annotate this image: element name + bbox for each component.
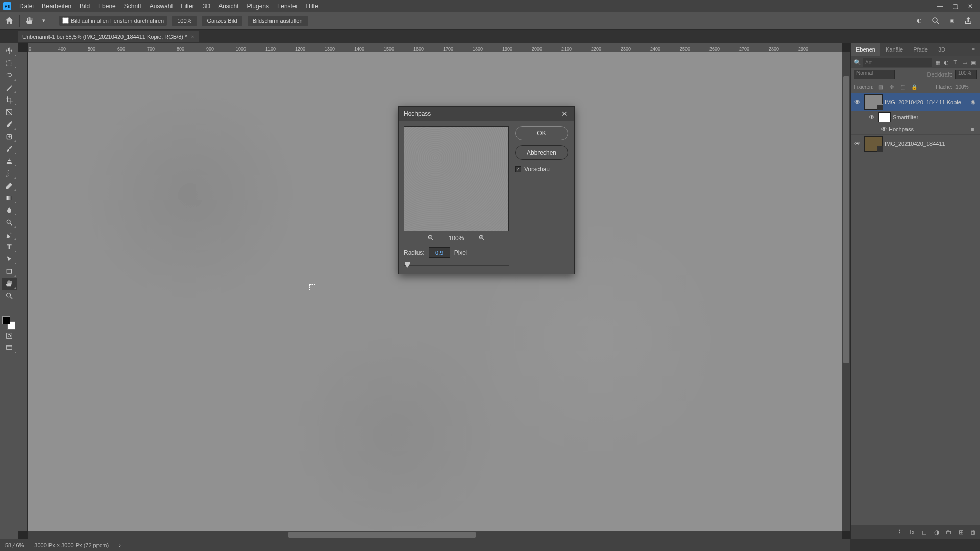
magic-wand-tool-icon[interactable] (2, 82, 17, 94)
link-layers-icon[interactable]: ⌇ (896, 529, 903, 536)
filter-blend-icon[interactable]: ≡ (971, 126, 978, 132)
visibility-toggle-icon[interactable]: 👁 (853, 98, 862, 106)
eraser-tool-icon[interactable] (2, 180, 17, 192)
panel-menu-icon[interactable]: ≡ (967, 43, 980, 56)
smart-filter-name[interactable]: Hochpass (889, 126, 971, 132)
blur-tool-icon[interactable] (2, 204, 17, 216)
opacity-input[interactable]: 100% (955, 70, 977, 79)
tab-paths[interactable]: Pfade (908, 43, 933, 56)
window-close-icon[interactable]: ✕ (967, 3, 974, 10)
tab-3d[interactable]: 3D (933, 43, 950, 56)
hand-tool-icon-2[interactable] (2, 278, 17, 290)
menu-image[interactable]: Bild (76, 3, 94, 10)
zoom-tool-icon[interactable] (2, 290, 17, 302)
zoom-in-icon[interactable] (478, 234, 485, 243)
visibility-toggle-icon[interactable]: 👁 (879, 126, 889, 133)
search-icon[interactable] (931, 16, 940, 26)
lasso-tool-icon[interactable] (2, 69, 17, 82)
zoom-100-button[interactable]: 100% (172, 16, 197, 26)
dodge-tool-icon[interactable] (2, 216, 17, 229)
color-swatches[interactable] (2, 316, 15, 330)
menu-select[interactable]: Auswahl (145, 3, 177, 10)
filter-type-icon[interactable]: T (952, 58, 959, 66)
lock-artboard-icon[interactable]: ⬚ (899, 84, 907, 90)
layer-name[interactable]: IMG_20210420_184411 Kopie (885, 99, 971, 105)
type-tool-icon[interactable] (2, 241, 17, 253)
screen-mode-icon[interactable] (2, 342, 17, 354)
menu-filter[interactable]: Filter (177, 3, 199, 10)
healing-brush-tool-icon[interactable] (2, 131, 17, 143)
group-icon[interactable]: 🗀 (945, 529, 952, 536)
menu-edit[interactable]: Bearbeiten (38, 3, 76, 10)
home-icon[interactable] (4, 16, 14, 26)
filter-adjust-icon[interactable]: ◐ (943, 58, 950, 66)
menu-plugins[interactable]: Plug-ins (243, 3, 273, 10)
ok-button[interactable]: OK (515, 126, 568, 140)
ruler-vertical[interactable] (18, 52, 28, 531)
layer-name[interactable]: IMG_20210420_184411 (885, 141, 978, 147)
dialog-titlebar[interactable]: Hochpass ✕ (399, 107, 574, 121)
chevron-down-icon[interactable]: ▾ (39, 16, 48, 26)
workspace-icon[interactable]: ▣ (947, 16, 957, 26)
fill-screen-button[interactable]: Bildschirm ausfüllen (248, 16, 308, 26)
zoom-out-icon[interactable] (427, 234, 434, 243)
filter-smart-icon[interactable]: ▣ (970, 58, 977, 66)
scroll-all-windows-checkbox[interactable]: Bildlauf in allen Fenstern durchführen (59, 16, 167, 26)
layer-thumbnail[interactable] (864, 94, 883, 110)
ruler-horizontal[interactable]: 0 400 500 600 700 800 900 1000 1100 1200… (28, 43, 842, 52)
menu-3d[interactable]: 3D (199, 3, 214, 10)
hand-tool-icon[interactable] (25, 16, 34, 26)
foreground-color-swatch[interactable] (2, 316, 10, 324)
document-tab[interactable]: Unbenannt-1 bei 58,5% (IMG_20210420_1844… (18, 31, 199, 42)
eyedropper-tool-icon[interactable] (2, 118, 17, 131)
tab-layers[interactable]: Ebenen (851, 43, 880, 56)
status-zoom[interactable]: 58,46% (5, 542, 24, 548)
path-select-tool-icon[interactable] (2, 253, 17, 265)
brush-tool-icon[interactable] (2, 143, 17, 155)
scrollbar-vertical[interactable] (842, 52, 850, 531)
adjustment-layer-icon[interactable]: ◑ (933, 529, 940, 536)
layer-thumbnail[interactable] (864, 136, 883, 152)
menu-file[interactable]: Datei (15, 3, 38, 10)
layer-row[interactable]: 👁 IMG_20210420_184411 (851, 135, 980, 153)
filter-shape-icon[interactable]: ▭ (961, 58, 968, 66)
blend-mode-select[interactable]: Normal (854, 70, 895, 79)
edit-toolbar-icon[interactable]: ⋯ (2, 302, 17, 314)
layer-row[interactable]: 👁 Hochpass ≡ (851, 123, 980, 135)
menu-type[interactable]: Schrift (120, 3, 145, 10)
radius-slider[interactable] (404, 262, 509, 269)
slider-handle[interactable] (405, 262, 410, 268)
window-minimize-icon[interactable]: — (936, 3, 943, 10)
new-layer-icon[interactable]: ⊞ (958, 529, 965, 536)
status-chevron-icon[interactable]: › (119, 542, 121, 548)
filter-link-icon[interactable]: ◉ (971, 98, 978, 105)
layer-style-icon[interactable]: fx (909, 529, 916, 536)
filter-preview[interactable] (404, 126, 509, 231)
delete-layer-icon[interactable]: 🗑 (970, 529, 977, 536)
cancel-button[interactable]: Abbrechen (515, 145, 568, 160)
radius-input[interactable] (429, 247, 450, 258)
layer-row[interactable]: 👁 IMG_20210420_184411 Kopie ◉ (851, 93, 980, 111)
lock-all-icon[interactable]: 🔒 (910, 84, 918, 90)
lock-pixels-icon[interactable]: ▩ (876, 84, 885, 90)
status-doc-info[interactable]: 3000 Px × 3000 Px (72 ppcm) (34, 542, 109, 548)
layer-mask-icon[interactable]: ◻ (921, 529, 928, 536)
menu-help[interactable]: Hilfe (302, 3, 323, 10)
layer-filter-input[interactable] (863, 58, 932, 67)
frame-tool-icon[interactable] (2, 106, 17, 118)
pen-tool-icon[interactable] (2, 229, 17, 241)
preview-checkbox[interactable]: ✓ Vorschau (515, 166, 568, 173)
layer-row[interactable]: 👁 Smartfilter (851, 111, 980, 123)
layer-name[interactable]: Smartfilter (893, 114, 978, 120)
tab-channels[interactable]: Kanäle (880, 43, 908, 56)
filter-image-icon[interactable]: ▦ (934, 58, 941, 66)
fill-input[interactable]: 100% (955, 84, 977, 90)
gradient-tool-icon[interactable] (2, 192, 17, 204)
menu-layer[interactable]: Ebene (94, 3, 120, 10)
crop-tool-icon[interactable] (2, 94, 17, 106)
history-brush-tool-icon[interactable] (2, 167, 17, 180)
menu-window[interactable]: Fenster (273, 3, 302, 10)
rectangle-tool-icon[interactable] (2, 265, 17, 278)
share-icon[interactable] (964, 16, 973, 26)
document-tab-close-icon[interactable]: × (191, 34, 194, 40)
